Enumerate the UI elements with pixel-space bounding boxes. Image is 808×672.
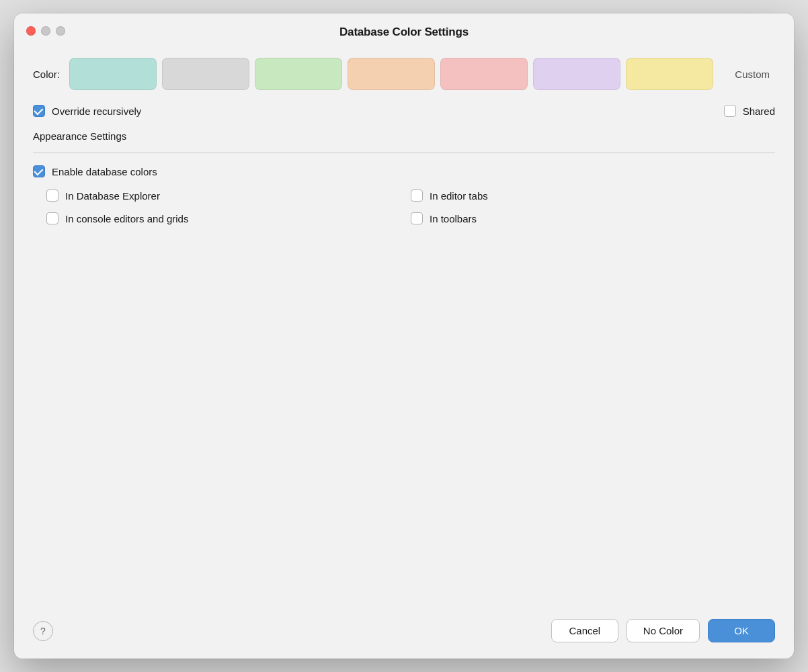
peach-swatch[interactable] (348, 58, 435, 90)
yellow-swatch[interactable] (626, 58, 713, 90)
editor-tabs-label: In editor tabs (430, 190, 488, 202)
close-button[interactable] (26, 26, 36, 36)
color-swatches (69, 58, 723, 90)
enable-colors-row[interactable]: Enable database colors (33, 165, 775, 177)
shared-checkbox[interactable] (724, 105, 736, 117)
dialog: Database Color Settings Color: Custom Ov… (14, 13, 794, 659)
title-bar: Database Color Settings (14, 13, 794, 48)
override-recursively-item[interactable]: Override recursively (33, 105, 141, 117)
cancel-button[interactable]: Cancel (551, 619, 618, 642)
console-editors-checkbox[interactable] (46, 212, 58, 224)
enable-colors-checkbox[interactable] (33, 165, 45, 177)
minimize-button[interactable] (41, 26, 50, 36)
content-area: Color: Custom Override recursively Share… (14, 48, 794, 608)
no-color-button[interactable]: No Color (627, 619, 700, 642)
sub-options: In Database Explorer In editor tabs In c… (33, 190, 775, 224)
console-editors-option[interactable]: In console editors and grids (46, 212, 411, 224)
override-recursively-checkbox[interactable] (33, 105, 45, 117)
ok-button[interactable]: OK (708, 619, 775, 642)
dialog-title: Database Color Settings (339, 26, 469, 39)
enable-colors-label: Enable database colors (52, 166, 157, 177)
color-label: Color: (33, 69, 60, 80)
footer: ? Cancel No Color OK (14, 608, 794, 659)
custom-button[interactable]: Custom (729, 66, 775, 83)
mint-swatch[interactable] (255, 58, 342, 90)
silver-swatch[interactable] (162, 58, 249, 90)
toolbars-label: In toolbars (430, 213, 477, 224)
divider (33, 153, 775, 153)
teal-swatch[interactable] (69, 58, 157, 90)
db-explorer-option[interactable]: In Database Explorer (46, 190, 411, 202)
pink-swatch[interactable] (440, 58, 528, 90)
override-shared-row: Override recursively Shared (33, 105, 775, 117)
lavender-swatch[interactable] (533, 58, 620, 90)
color-row: Color: Custom (33, 58, 775, 90)
editor-tabs-option[interactable]: In editor tabs (411, 190, 775, 202)
override-recursively-label: Override recursively (52, 106, 141, 117)
shared-label: Shared (743, 106, 775, 117)
db-explorer-label: In Database Explorer (65, 190, 160, 202)
appearance-section-title: Appearance Settings (33, 130, 775, 142)
shared-item[interactable]: Shared (724, 105, 775, 117)
toolbars-checkbox[interactable] (411, 212, 423, 224)
console-editors-label: In console editors and grids (65, 213, 188, 224)
maximize-button[interactable] (56, 26, 65, 36)
db-explorer-checkbox[interactable] (46, 190, 58, 202)
toolbars-option[interactable]: In toolbars (411, 212, 775, 224)
editor-tabs-checkbox[interactable] (411, 190, 423, 202)
help-button[interactable]: ? (33, 621, 53, 641)
traffic-lights (26, 26, 65, 36)
